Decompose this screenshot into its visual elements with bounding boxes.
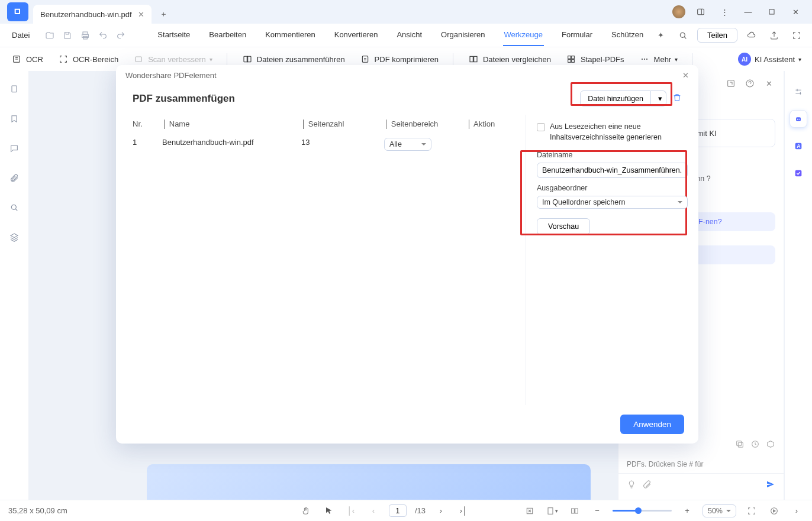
prev-page-icon[interactable]: ‹ (366, 504, 381, 518)
file-menu[interactable]: Datei (7, 28, 34, 42)
minimize-button[interactable]: — (740, 4, 756, 20)
kebab-menu-icon[interactable]: ⋮ (716, 4, 733, 20)
ai-assistant-tool[interactable]: AIKI Assistent ▾ (738, 53, 801, 66)
hand-tool-icon[interactable] (299, 504, 313, 518)
dialog-close-button[interactable]: ✕ (682, 71, 689, 80)
view-mode-icon[interactable]: ▾ (545, 504, 559, 518)
tab-werkzeuge[interactable]: Werkzeuge (503, 24, 544, 46)
fullscreen-icon[interactable] (788, 28, 805, 43)
undo-icon[interactable] (95, 27, 111, 44)
compress-tool[interactable]: PDF komprimieren (359, 53, 439, 65)
read-mode-icon[interactable] (568, 504, 582, 518)
document-tab[interactable]: Benutzerhandbuch-win.pdf ✕ (33, 5, 152, 24)
add-file-button[interactable]: Datei hinzufügen ▾ (580, 90, 666, 106)
col-nr: Nr. (133, 119, 162, 128)
page-range-select[interactable]: Alle (384, 138, 431, 151)
tab-konvertieren[interactable]: Konvertieren (333, 24, 379, 46)
tab-bearbeiten[interactable]: Bearbeiten (208, 24, 247, 46)
batch-tool[interactable]: Stapel-PDFs (565, 53, 624, 65)
batch-label: Stapel-PDFs (581, 55, 624, 64)
select-tool-icon[interactable] (321, 504, 336, 518)
ai-close-icon[interactable]: ✕ (762, 77, 775, 90)
svg-rect-26 (728, 80, 734, 87)
share-button[interactable]: Teilen (697, 28, 737, 43)
checkbox-icon[interactable] (537, 123, 545, 131)
ai-settings-icon[interactable] (766, 439, 775, 451)
search-icon[interactable] (675, 28, 691, 43)
maximize-button[interactable] (763, 4, 780, 20)
output-folder-select[interactable]: Im Quellordner speichern (537, 196, 688, 209)
bookmark-checkbox-row[interactable]: Aus Lesezeichen eine neue Inhaltsverzeic… (537, 122, 688, 143)
comments-icon[interactable] (8, 142, 21, 155)
check-badge-icon[interactable] (790, 164, 807, 182)
add-file-label[interactable]: Datei hinzufügen (580, 90, 651, 106)
close-window-button[interactable]: ✕ (787, 4, 804, 20)
ai-copy-icon[interactable] (735, 439, 745, 451)
svg-rect-3 (83, 32, 88, 34)
add-file-dropdown[interactable]: ▾ (651, 90, 666, 106)
zoom-select[interactable]: 50% (703, 504, 736, 517)
more-tool[interactable]: Mehr ▾ (639, 53, 678, 65)
user-avatar[interactable] (672, 5, 685, 18)
tab-ansicht[interactable]: Ansicht (395, 24, 423, 46)
fit-page-icon[interactable] (523, 504, 537, 518)
app-logo[interactable] (7, 2, 28, 21)
last-page-icon[interactable]: ›│ (456, 504, 471, 518)
layers-icon[interactable] (8, 231, 21, 244)
ocr-tool[interactable]: OCR (11, 53, 43, 65)
ai-robot-icon[interactable] (790, 110, 807, 128)
zoom-in-icon[interactable]: + (680, 504, 694, 518)
page-dimensions: 35,28 x 50,09 cm (8, 506, 67, 515)
compare-tool[interactable]: Dateien vergleichen (468, 53, 551, 65)
redo-icon[interactable] (112, 27, 129, 44)
sparkle-icon[interactable]: ✦ (652, 28, 669, 43)
print-icon[interactable] (77, 27, 94, 44)
ai-help-icon[interactable] (743, 77, 756, 90)
cloud-icon[interactable] (743, 28, 760, 43)
first-page-icon[interactable]: │‹ (344, 504, 358, 518)
thumbnails-icon[interactable] (8, 83, 21, 96)
attach-icon[interactable] (642, 480, 652, 491)
expand-right-icon[interactable]: › (790, 504, 804, 518)
panel-icon[interactable] (692, 4, 709, 20)
search-sidebar-icon[interactable] (8, 201, 21, 214)
next-page-icon[interactable]: › (434, 504, 448, 518)
preview-button[interactable]: Vorschau (537, 218, 590, 235)
ai-history-icon[interactable] (750, 439, 760, 451)
zoom-slider[interactable] (613, 510, 672, 512)
svg-point-19 (642, 59, 643, 60)
svg-rect-28 (738, 442, 743, 447)
filename-input[interactable] (537, 163, 688, 178)
open-icon[interactable] (41, 27, 58, 44)
add-tab-button[interactable]: ＋ (155, 6, 172, 22)
svg-rect-22 (12, 86, 17, 92)
svg-line-7 (684, 37, 686, 38)
presentation-icon[interactable] (767, 504, 781, 518)
close-tab-icon[interactable]: ✕ (138, 10, 144, 19)
svg-text:A: A (797, 143, 801, 149)
table-row[interactable]: 1 Benutzerhandbuch-win.pdf 13 Alle (133, 133, 520, 156)
svg-rect-2 (769, 9, 774, 14)
lightbulb-icon[interactable] (627, 480, 636, 491)
upload-icon[interactable] (766, 28, 782, 43)
tab-formular[interactable]: Formular (560, 24, 594, 46)
current-page-input[interactable] (389, 504, 407, 517)
save-icon[interactable] (59, 27, 76, 44)
fit-width-icon[interactable] (745, 504, 759, 518)
translate-icon[interactable]: A (790, 137, 807, 155)
apply-button[interactable]: Anwenden (620, 415, 684, 434)
ai-expand-icon[interactable] (724, 77, 737, 90)
trash-icon[interactable] (672, 93, 682, 104)
tab-organisieren[interactable]: Organisieren (440, 24, 486, 46)
settings-sliders-icon[interactable] (790, 83, 807, 101)
tab-schuetzen[interactable]: Schützen (610, 24, 645, 46)
enhance-scan-label: Scan verbessern (148, 55, 206, 64)
send-icon[interactable] (766, 480, 775, 491)
tab-startseite[interactable]: Startseite (156, 24, 191, 46)
tab-kommentieren[interactable]: Kommentieren (264, 24, 317, 46)
attachments-icon[interactable] (8, 171, 21, 185)
bookmarks-icon[interactable] (8, 112, 21, 125)
combine-files-tool[interactable]: Dateien zusammenführen (241, 53, 345, 65)
zoom-out-icon[interactable]: − (590, 504, 604, 518)
ocr-area-tool[interactable]: OCR-Bereich (57, 53, 118, 65)
